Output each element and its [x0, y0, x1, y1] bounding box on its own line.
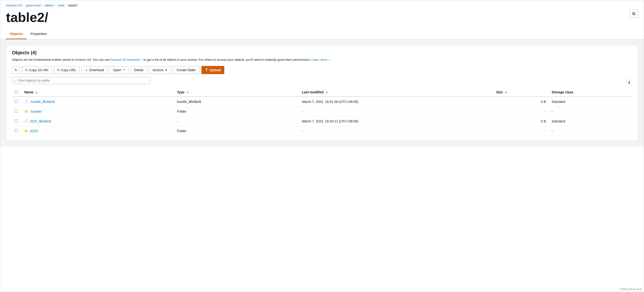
objects-heading: Objects (4) — [12, 50, 632, 55]
objects-desc-text2: to get a list of all objects in your buc… — [144, 58, 311, 61]
row-storage-2: Standard — [549, 116, 632, 126]
folder-icon: 📁 — [24, 129, 28, 133]
objects-card: Objects (4) Objects are the fundamental … — [6, 45, 638, 141]
create-folder-label: Create folder — [176, 68, 196, 72]
table-header-row: Name ▲ Type ▼ Last modified ▼ Size — [12, 88, 632, 97]
breadcrumb-sep-2: › — [42, 4, 44, 7]
select-all-checkbox[interactable] — [15, 90, 18, 93]
folder-icon: 📁 — [24, 110, 28, 113]
upload-button[interactable]: ⤒ Upload — [202, 66, 224, 74]
open-button[interactable]: Open ↗ — [110, 66, 128, 74]
breadcrumb-amazon-s3[interactable]: Amazon S3 — [6, 3, 22, 7]
row-checkbox-3[interactable] — [15, 129, 18, 132]
upload-icon: ⤒ — [205, 68, 208, 72]
copy-s3-uri-icon: ⎘ — [26, 68, 28, 72]
breadcrumb-hudi[interactable]: hudi/ — [58, 3, 64, 7]
row-checkbox-0[interactable] — [15, 100, 18, 103]
learn-more-link[interactable]: Learn more ↗ — [312, 58, 330, 61]
refresh-button[interactable]: ↻ — [12, 66, 20, 74]
row-type-0: hoodie_$folder$ — [174, 97, 299, 107]
delete-label: Delete — [134, 68, 144, 72]
row-name-link-3[interactable]: 2022/ — [30, 129, 38, 133]
header-type[interactable]: Type ▼ — [174, 88, 299, 97]
table-row: 📄2022_$folder$-March 7, 2022, 16:43:11 (… — [12, 116, 632, 126]
header-checkbox-col — [12, 88, 22, 97]
copy-url-button[interactable]: ⎘ Copy URL — [54, 66, 80, 74]
objects-toolbar: ↻ ⎘ Copy S3 URI ⎘ Copy URL ⤓ Download Op… — [12, 66, 632, 74]
download-label: Download — [89, 68, 104, 72]
row-storage-1: - — [549, 106, 632, 116]
header-name[interactable]: Name ▲ — [22, 88, 174, 97]
open-label: Open — [113, 68, 121, 72]
collapse-panel-button[interactable]: ❮ — [626, 79, 632, 85]
actions-chevron-icon: ▼ — [165, 69, 168, 71]
breadcrumb-tables[interactable]: tables/ — [45, 3, 54, 7]
row-name-link-2[interactable]: 2022_$folder$ — [30, 119, 51, 123]
copy-url-label: Copy URL — [61, 68, 76, 72]
learn-more-external-icon: ↗ — [328, 58, 330, 61]
page-title-container: table2/ ⧉ — [0, 8, 644, 29]
row-name-link-0[interactable]: .hoodie_$folder$ — [30, 100, 54, 104]
row-size-2: 0 B — [493, 116, 549, 126]
file-icon: 📄 — [24, 100, 28, 104]
row-size-0: 0 B — [493, 97, 549, 107]
search-row: ⌕ ❮ — [12, 77, 632, 88]
tabs-container: Objects Properties — [0, 29, 644, 39]
main-content: Objects (4) Objects are the fundamental … — [0, 39, 644, 147]
row-checkbox-2[interactable] — [15, 119, 18, 122]
table-row: 📁2022/Folder--- — [12, 126, 632, 136]
breadcrumb-gavin-test2[interactable]: gavin-test2 — [26, 3, 41, 7]
objects-description: Objects are the fundamental entities sto… — [12, 57, 632, 62]
objects-desc-text1: Objects are the fundamental entities sto… — [12, 58, 110, 61]
date-sort-icon: ▼ — [325, 91, 328, 94]
amazon-s3-inventory-link[interactable]: Amazon S3 inventory ↗ — [110, 58, 144, 61]
search-input[interactable] — [18, 79, 148, 82]
copy-s3-uri-label: Copy S3 URI — [29, 68, 48, 72]
tab-properties[interactable]: Properties — [27, 29, 50, 39]
open-external-icon: ↗ — [123, 68, 125, 71]
row-date-2: March 7, 2022, 16:43:11 (UTC+08:00) — [299, 116, 493, 126]
size-sort-icon: ▼ — [505, 91, 508, 94]
header-size[interactable]: Size ▼ — [493, 88, 549, 97]
copy-path-button[interactable]: ⧉ — [630, 9, 638, 18]
type-sort-icon: ▼ — [186, 91, 189, 94]
breadcrumb-sep-3: › — [55, 4, 56, 7]
actions-label: Actions — [152, 68, 164, 72]
collapse-icon: ❮ — [628, 81, 630, 84]
page-title: table2/ — [6, 9, 48, 25]
create-folder-button[interactable]: Create folder — [173, 66, 200, 74]
file-icon: 📄 — [24, 119, 28, 123]
inventory-link-text: Amazon S3 inventory — [110, 58, 140, 61]
row-type-1: Folder — [174, 106, 299, 116]
breadcrumb-sep-1: › — [23, 4, 24, 7]
row-storage-0: Standard — [549, 97, 632, 107]
row-type-2: - — [174, 116, 299, 126]
learn-more-text: Learn more — [312, 58, 327, 61]
row-date-0: March 7, 2022, 16:41:38 (UTC+08:00) — [299, 97, 493, 107]
watermark: CSDN @木鱼Gavin — [619, 288, 642, 291]
header-last-modified[interactable]: Last modified ▼ — [299, 88, 493, 97]
breadcrumb: Amazon S3 › gavin-test2 › tables/ › hudi… — [0, 0, 644, 8]
upload-label: Upload — [210, 68, 221, 72]
delete-button[interactable]: Delete — [130, 66, 147, 74]
breadcrumb-table2: table2/ — [68, 3, 78, 7]
row-size-1: - — [493, 106, 549, 116]
actions-button[interactable]: Actions ▼ — [149, 66, 171, 74]
row-size-3: - — [493, 126, 549, 136]
tab-objects[interactable]: Objects — [6, 29, 27, 39]
breadcrumb-sep-4: › — [66, 4, 67, 7]
table-row: 📁.hoodie/Folder--- — [12, 106, 632, 116]
row-checkbox-1[interactable] — [15, 110, 18, 113]
copy-s3-uri-button[interactable]: ⎘ Copy S3 URI — [22, 66, 52, 74]
row-date-1: - — [299, 106, 493, 116]
copy-url-icon: ⎘ — [58, 68, 59, 72]
refresh-icon: ↻ — [14, 68, 18, 72]
download-icon: ⤓ — [85, 68, 88, 72]
search-bar: ⌕ — [12, 77, 150, 84]
table-row: 📄.hoodie_$folder$hoodie_$folder$March 7,… — [12, 97, 632, 107]
download-button[interactable]: ⤓ Download — [82, 66, 108, 74]
row-name-link-1[interactable]: .hoodie/ — [30, 110, 42, 113]
objects-table: Name ▲ Type ▼ Last modified ▼ Size — [12, 88, 632, 136]
name-sort-icon: ▲ — [35, 91, 38, 94]
row-type-3: Folder — [174, 126, 299, 136]
